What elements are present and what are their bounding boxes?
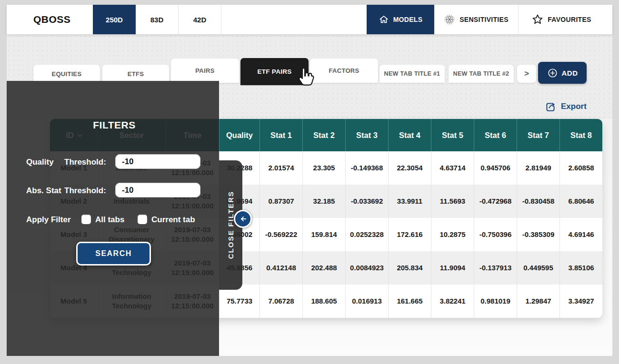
star-icon — [532, 14, 543, 25]
cell-stat-7: 2.81949 — [517, 151, 559, 185]
cell-stat-8: 4.69146 — [559, 218, 602, 251]
dotted-sphere-icon — [444, 14, 455, 25]
top-bar: QBOSS 250D 83D 42D MODELS SENSITI — [7, 5, 612, 34]
period-tab-83d[interactable]: 83D — [136, 5, 179, 34]
cell-stat-2: 188.605 — [302, 285, 345, 318]
export-icon — [544, 100, 557, 113]
cell-stat-4: 172.616 — [388, 218, 431, 251]
column-header-stat-2[interactable]: Stat 2 — [302, 119, 345, 151]
app-brand: QBOSS — [33, 5, 70, 34]
cell-stat-8: 6.80646 — [559, 185, 602, 218]
cell-stat-5: 10.2875 — [431, 218, 474, 251]
current-tab-checkbox[interactable] — [138, 215, 147, 224]
cell-stat-2: 23.305 — [302, 151, 345, 185]
cell-stat-5: 3.82241 — [431, 285, 474, 318]
tab-pairs[interactable]: PAIRS — [171, 59, 239, 83]
column-header-stat-4[interactable]: Stat 4 — [388, 119, 431, 151]
period-tab-42d[interactable]: 42D — [179, 5, 221, 34]
all-tabs-checkbox[interactable] — [81, 215, 91, 224]
all-tabs-label: All tabs — [95, 215, 124, 225]
tab-new-tab-1[interactable]: NEW TAB TITLE #1 — [379, 65, 445, 83]
cell-stat-7: 0.449595 — [517, 251, 559, 285]
tab-scroll-right-button[interactable]: > — [517, 65, 536, 83]
cell-stat-2: 159.814 — [302, 218, 345, 251]
abs-stat-label: Abs. Stat — [26, 186, 61, 196]
cell-stat-1: 7.06728 — [260, 285, 302, 318]
tab-equities[interactable]: EQUITIES — [33, 65, 100, 83]
cell-stat-3: 0.0084923 — [345, 251, 388, 285]
apply-filter-label: Apply Filter — [26, 215, 71, 225]
column-header-stat-7[interactable]: Stat 7 — [517, 119, 559, 151]
export-button[interactable]: Export — [544, 98, 587, 115]
column-header-stat-1[interactable]: Stat 1 — [260, 119, 302, 151]
cell-stat-1: 0.87307 — [260, 185, 302, 218]
cell-stat-7: 1.29847 — [517, 285, 559, 318]
cell-stat-8: 3.85106 — [559, 251, 602, 285]
tab-factors[interactable]: FACTORS — [310, 59, 378, 83]
column-header-stat-8[interactable]: Stat 8 — [559, 119, 602, 151]
cell-stat-6: 0.981019 — [474, 285, 517, 318]
nav-item-models[interactable]: MODELS — [367, 5, 434, 34]
cell-stat-7: -0.830458 — [517, 185, 559, 218]
cell-stat-2: 32.185 — [302, 185, 345, 218]
plus-circle-icon — [547, 68, 558, 79]
close-filters-arrow-button[interactable] — [234, 210, 252, 228]
cell-stat-7: -0.385309 — [517, 218, 559, 251]
home-icon — [379, 14, 389, 25]
cell-stat-3: 0.0252328 — [345, 218, 388, 251]
cell-stat-4: 33.9911 — [388, 185, 431, 218]
cell-stat-1: -0.569222 — [260, 218, 302, 251]
cell-stat-4: 205.834 — [388, 251, 431, 285]
abs-stat-threshold-input[interactable] — [115, 183, 200, 197]
cell-stat-1: 0.412148 — [260, 251, 302, 285]
current-tab-label: Current tab — [151, 215, 195, 225]
filters-title: FILTERS — [48, 119, 181, 131]
quality-label: Quality — [26, 157, 54, 167]
cell-stat-5: 11.9094 — [431, 251, 474, 285]
arrow-left-icon — [239, 215, 247, 223]
cell-stat-3: -0.033692 — [345, 185, 388, 218]
cell-stat-5: 4.63714 — [431, 151, 474, 185]
filters-panel: FILTERS Quality Threshold: Abs. Stat Thr… — [7, 81, 219, 356]
column-header-quality[interactable]: Quality — [219, 119, 260, 151]
cell-stat-2: 202.488 — [302, 251, 345, 285]
cell-stat-3: -0.149368 — [345, 151, 388, 185]
tab-etf-pairs[interactable]: ETF PAIRS — [240, 58, 309, 85]
cell-stat-4: 161.665 — [388, 285, 431, 318]
add-tab-button[interactable]: ADD — [538, 62, 587, 84]
cell-stat-5: 11.5693 — [431, 185, 474, 218]
search-button[interactable]: SEARCH — [76, 242, 151, 266]
chevron-right-icon: > — [524, 69, 529, 79]
cell-stat-6: -0.137913 — [474, 251, 517, 285]
column-header-stat-5[interactable]: Stat 5 — [431, 119, 474, 151]
tab-etfs[interactable]: ETFS — [102, 65, 169, 83]
period-tab-250d[interactable]: 250D — [93, 5, 136, 34]
quality-threshold-label: Threshold: — [64, 157, 106, 167]
cell-stat-6: -0.472968 — [474, 185, 517, 218]
cell-stat-8: 3.34927 — [559, 285, 602, 318]
tab-new-tab-2[interactable]: NEW TAB TITLE #2 — [449, 65, 514, 83]
period-tab-group: 250D 83D 42D — [93, 5, 221, 34]
abs-stat-threshold-label: Threshold: — [64, 186, 106, 196]
main-nav: MODELS SENSITIVITIES FAVOURITES — [367, 5, 605, 34]
cell-stat-1: 2.01574 — [260, 151, 302, 185]
cell-stat-3: 0.016913 — [345, 285, 388, 318]
cell-stat-6: 0.945706 — [474, 151, 517, 185]
nav-item-favourites[interactable]: FAVOURITES — [518, 5, 605, 34]
cell-stat-6: -0.750396 — [474, 218, 517, 251]
nav-item-sensitivities[interactable]: SENSITIVITIES — [434, 5, 518, 34]
quality-threshold-input[interactable] — [115, 154, 200, 169]
cell-stat-8: 2.60858 — [559, 151, 602, 185]
cell-stat-4: 22.3054 — [388, 151, 431, 185]
column-header-stat-6[interactable]: Stat 6 — [474, 119, 517, 151]
column-header-stat-3[interactable]: Stat 3 — [345, 119, 388, 151]
